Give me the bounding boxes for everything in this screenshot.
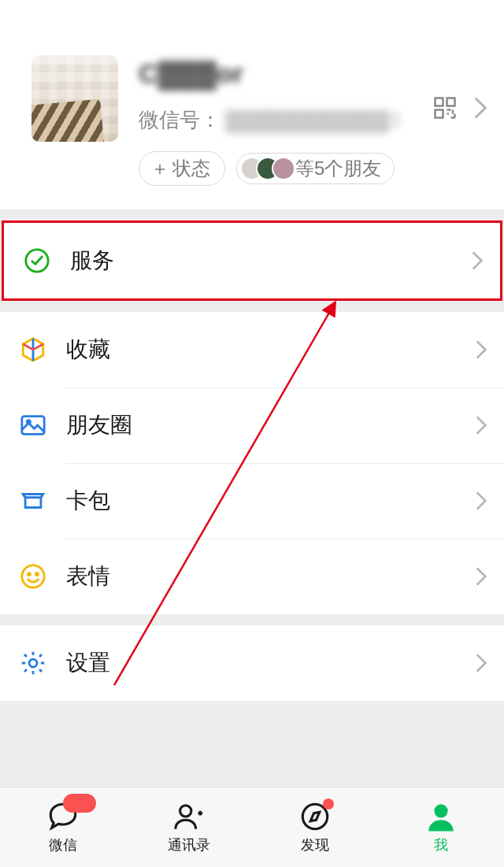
friends-status-button[interactable]: 等5个朋友 [236, 153, 395, 184]
chevron-right-icon [476, 340, 487, 359]
svg-point-5 [27, 421, 30, 424]
menu-row-settings[interactable]: 设置 [0, 625, 504, 701]
svg-point-6 [22, 565, 44, 587]
chevron-right-icon [476, 416, 487, 435]
nickname: C▓▓▓or [139, 58, 433, 89]
wechat-id-row: 微信号： ▓▓▓▓▓▓▓▓▓▓▓3 [139, 106, 433, 134]
tab-label: 发现 [301, 836, 329, 854]
svg-point-9 [29, 659, 37, 667]
friends-status-label: 等5个朋友 [295, 156, 381, 181]
menu-section: 收藏 朋友圈 卡包 [0, 312, 504, 614]
tab-label: 我 [434, 836, 448, 854]
profile-header[interactable]: C▓▓▓or 微信号： ▓▓▓▓▓▓▓▓▓▓▓3 ＋ 状态 等5个朋友 [0, 0, 504, 209]
menu-label: 卡包 [66, 486, 476, 516]
tab-discover[interactable]: 发现 [252, 787, 378, 867]
avatar[interactable] [32, 55, 118, 142]
status-button[interactable]: ＋ 状态 [139, 151, 225, 186]
status-label: 状态 [172, 156, 210, 181]
annotation-highlight-box: 服务 [2, 220, 502, 301]
menu-row-moments[interactable]: 朋友圈 [0, 387, 504, 463]
chevron-right-icon [476, 567, 487, 586]
plus-icon: ＋ [150, 156, 169, 181]
person-icon [424, 801, 458, 832]
wechat-id-label: 微信号： [139, 106, 220, 134]
menu-label: 设置 [66, 648, 476, 678]
svg-point-7 [28, 573, 31, 576]
menu-row-favorites[interactable]: 收藏 [0, 312, 504, 387]
unread-badge [63, 794, 96, 813]
svg-point-13 [434, 804, 447, 817]
chevron-right-icon [476, 491, 487, 510]
menu-label: 表情 [66, 561, 476, 591]
chevron-right-icon [476, 654, 487, 672]
chevron-right-icon [472, 251, 483, 270]
notification-dot [323, 798, 334, 810]
menu-label: 服务 [70, 246, 472, 276]
menu-label: 收藏 [66, 335, 476, 365]
moments-icon [17, 412, 49, 439]
tab-label: 微信 [49, 836, 77, 854]
tab-label: 通讯录 [168, 836, 210, 854]
menu-row-cards[interactable]: 卡包 [0, 463, 504, 539]
svg-rect-0 [435, 98, 443, 106]
wechat-id-value: ▓▓▓▓▓▓▓▓▓▓▓3 [225, 108, 433, 132]
settings-icon [17, 650, 49, 676]
contacts-icon [172, 801, 206, 832]
stickers-icon [17, 563, 49, 590]
menu-row-services[interactable]: 服务 [4, 223, 500, 298]
cards-icon [17, 487, 49, 514]
favorites-icon [17, 336, 49, 363]
svg-rect-2 [435, 110, 443, 118]
svg-rect-1 [447, 98, 455, 106]
qr-code-icon[interactable] [433, 96, 457, 120]
menu-section-settings: 设置 [0, 625, 504, 701]
svg-point-11 [180, 805, 191, 816]
tab-me[interactable]: 我 [378, 787, 504, 867]
svg-point-8 [36, 573, 39, 576]
friends-avatars-stack [240, 157, 287, 180]
menu-row-stickers[interactable]: 表情 [0, 539, 504, 614]
services-icon [21, 247, 53, 274]
chevron-right-icon [474, 97, 487, 119]
tab-chat[interactable]: 微信 [0, 787, 126, 867]
menu-label: 朋友圈 [66, 410, 476, 440]
tab-contacts[interactable]: 通讯录 [126, 787, 252, 867]
tab-bar: 微信 通讯录 发现 我 [0, 787, 504, 867]
